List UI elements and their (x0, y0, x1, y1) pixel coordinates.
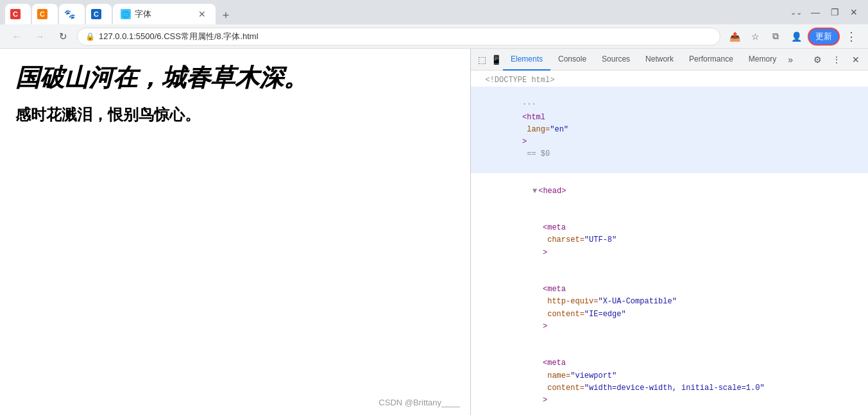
address-input[interactable]: 🔒 127.0.0.1:5500/6.CSS常用属性/8.字体.html (77, 28, 720, 46)
tab-2[interactable]: C (32, 4, 58, 24)
code-line-head-open: ▼<head> (471, 173, 868, 210)
tab-bar: C C 🐾 C 🌐 字体 ✕ + (5, 0, 235, 24)
tab-1-favicon: C (10, 9, 21, 19)
tab-3[interactable]: 🐾 (59, 4, 85, 24)
split-view-button[interactable]: ⧉ (767, 28, 785, 46)
devtools-dots-button[interactable]: ⋮ (828, 51, 845, 68)
tab-3-favicon: 🐾 (64, 9, 74, 19)
code-line-html: ··· <html lang="en" > == $0 (471, 87, 868, 173)
new-tab-button[interactable]: + (217, 6, 235, 24)
web-content: 国破山河在，城春草木深。 感时花溅泪，恨别鸟惊心。 CSDN @Brittany… (0, 49, 470, 415)
back-button[interactable]: ← (8, 28, 26, 46)
watermark: CSDN @Brittany____ (379, 398, 460, 407)
tab-4-favicon: C (91, 9, 101, 19)
reload-button[interactable]: ↻ (54, 28, 72, 46)
url-text: 127.0.0.1:5500/6.CSS常用属性/8.字体.html (99, 31, 712, 42)
tab-1[interactable]: C (5, 4, 31, 24)
cast-button[interactable]: 📤 (726, 28, 744, 46)
bookmark-button[interactable]: ☆ (746, 28, 764, 46)
tab-4[interactable]: C (86, 4, 112, 24)
devtools-inspect-icon[interactable]: ⬚ (475, 53, 489, 67)
devtools-tab-network[interactable]: Network (638, 49, 681, 71)
window-controls: ⌄⌄ — ❐ ✕ (787, 3, 863, 21)
poem-line-2: 感时花溅泪，恨别鸟惊心。 (15, 105, 455, 125)
minimize-button[interactable]: — (806, 3, 824, 21)
update-button[interactable]: 更新 (808, 28, 840, 46)
profile-button[interactable]: 👤 (787, 28, 805, 46)
devtools-tab-elements[interactable]: Elements (503, 49, 550, 71)
main-area: 国破山河在，城春草木深。 感时花溅泪，恨别鸟惊心。 CSDN @Brittany… (0, 49, 868, 415)
tab-active-label: 字体 (135, 8, 192, 20)
maximize-button[interactable]: ❐ (826, 3, 844, 21)
title-bar: C C 🐾 C 🌐 字体 ✕ + ⌄⌄ — ❐ ✕ (0, 0, 868, 24)
lock-icon: 🔒 (85, 32, 95, 41)
close-button[interactable]: ✕ (845, 3, 863, 21)
devtools-close-button[interactable]: ✕ (847, 51, 864, 68)
code-line-meta-viewport: <meta name="viewport" content="width=dev… (471, 345, 868, 415)
devtools-tab-console[interactable]: Console (550, 49, 594, 71)
devtools-tab-bar: ⬚ 📱 Elements Console Sources Network Per… (471, 49, 868, 71)
tab-active[interactable]: 🌐 字体 ✕ (113, 4, 216, 24)
code-panel[interactable]: <!DOCTYPE html> ··· <html lang="en" > ==… (471, 71, 868, 415)
tab-2-favicon: C (37, 9, 47, 19)
menu-button[interactable]: ⋮ (842, 28, 860, 46)
code-line-meta-charset: <meta charset="UTF-8" > (471, 210, 868, 271)
tab-close-button[interactable]: ✕ (196, 8, 208, 20)
tab-active-favicon: 🌐 (121, 9, 131, 19)
devtools-more-tabs[interactable]: » (784, 52, 797, 67)
devtools-settings-button[interactable]: ⚙ (809, 51, 826, 68)
address-actions: 📤 ☆ ⧉ 👤 更新 ⋮ (726, 28, 860, 46)
collapse-panels-button[interactable]: ⌄⌄ (787, 3, 805, 21)
forward-button[interactable]: → (31, 28, 49, 46)
devtools-tab-sources[interactable]: Sources (594, 49, 638, 71)
poem-line-1: 国破山河在，城春草木深。 (15, 62, 455, 94)
devtools-tab-performance[interactable]: Performance (681, 49, 741, 71)
devtools-tab-memory[interactable]: Memory (741, 49, 784, 71)
devtools-panel: ⬚ 📱 Elements Console Sources Network Per… (470, 49, 868, 415)
code-line-doctype: <!DOCTYPE html> (471, 74, 868, 87)
code-line-meta-compat: <meta http-equiv="X-UA-Compatible" conte… (471, 271, 868, 345)
devtools-device-icon[interactable]: 📱 (489, 53, 503, 67)
devtools-controls: ⚙ ⋮ ✕ (809, 51, 864, 68)
address-bar: ← → ↻ 🔒 127.0.0.1:5500/6.CSS常用属性/8.字体.ht… (0, 24, 868, 49)
